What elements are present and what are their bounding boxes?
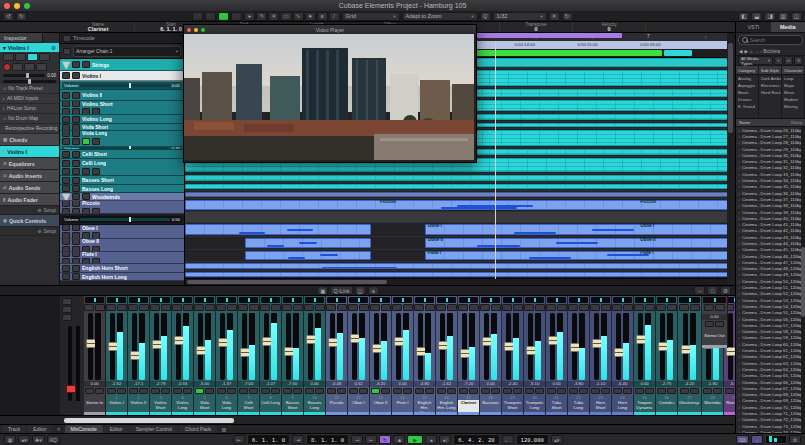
track-row-english-horn-long[interactable]: English Horn Long: [60, 273, 184, 281]
mute-button[interactable]: [62, 124, 70, 131]
monitor-button[interactable]: [381, 388, 390, 394]
track-row-english-horn-short[interactable]: English Horn Short: [60, 264, 184, 273]
mixer-channel-strip-celli-long[interactable]: -1.078Celli Long: [260, 296, 282, 415]
mute-button[interactable]: [62, 101, 70, 107]
filter-item[interactable]: Drones: [736, 96, 758, 103]
tab-track[interactable]: Track: [2, 425, 26, 433]
mute-button[interactable]: [62, 131, 70, 137]
media-list-item[interactable]: ♪Cinema - Drum Loop 68_120bpm: [736, 391, 805, 397]
pan-control[interactable]: [239, 297, 258, 303]
inspector-row[interactable]: ▸All MIDI Inputs: [0, 94, 59, 104]
record-enable-button[interactable]: [481, 388, 490, 394]
mute-button[interactable]: [238, 304, 248, 311]
gear-icon[interactable]: ⚙: [51, 45, 56, 51]
fader-track[interactable]: [308, 313, 313, 380]
solo-button[interactable]: [72, 201, 80, 207]
monitor-button[interactable]: [513, 388, 522, 394]
solo-button[interactable]: [82, 193, 90, 200]
solo-button[interactable]: [293, 304, 303, 311]
pan-control[interactable]: [613, 297, 632, 303]
volume-slider[interactable]: [3, 74, 45, 77]
solo-button[interactable]: [645, 304, 655, 311]
gear-icon[interactable]: ⚙: [794, 56, 803, 65]
track-row-basses-short[interactable]: Basses Short: [60, 176, 184, 185]
cycle-button[interactable]: ↻: [379, 435, 391, 444]
channel-name[interactable]: Glockensp.: [678, 400, 701, 412]
mute-button[interactable]: [62, 151, 70, 158]
scrollbar-thumb[interactable]: [64, 418, 234, 423]
media-list-item[interactable]: ♪Cinema - Drum Loop 49_120bpm: [736, 272, 805, 278]
solo-button[interactable]: [690, 304, 700, 311]
filter-item[interactable]: Modern: [782, 96, 804, 103]
fader-track[interactable]: [638, 313, 643, 380]
record-enable-button[interactable]: [195, 388, 204, 394]
filter-item[interactable]: Electronic Art: [759, 82, 781, 89]
solo-button[interactable]: [425, 304, 435, 311]
monitor-button[interactable]: [601, 388, 610, 394]
automation-read-button[interactable]: [192, 12, 203, 21]
pan-control[interactable]: [547, 297, 566, 303]
channel-name[interactable]: Viola Short: [194, 400, 215, 412]
monitor-button[interactable]: [715, 321, 724, 327]
grid-type-select[interactable]: Grid▾: [342, 12, 400, 21]
pan-control[interactable]: [327, 297, 346, 303]
record-enable-button[interactable]: [173, 388, 182, 394]
results-name-column[interactable]: Name: [739, 120, 750, 125]
record-enable-button[interactable]: [85, 388, 94, 394]
inspector-track-title[interactable]: ▾Violins I ⚙: [0, 43, 59, 52]
tab-inspector[interactable]: Inspector: [0, 33, 43, 43]
arranger-track-header[interactable]: Arranger Chain 1▾: [60, 44, 184, 59]
channel-name[interactable]: Clarinet: [458, 400, 479, 412]
record-enable-button[interactable]: [705, 321, 714, 327]
track-button[interactable]: [82, 168, 90, 175]
fader-track[interactable]: [330, 313, 335, 380]
rack-icon-3[interactable]: [62, 314, 72, 321]
media-list-item[interactable]: ♪Cinema - Drum Loop 60_120bpm: [736, 341, 805, 347]
pan-control[interactable]: [525, 297, 544, 303]
mute-button[interactable]: [392, 304, 402, 311]
pan-control[interactable]: [217, 297, 236, 303]
fader-track[interactable]: [440, 313, 445, 380]
mute-button[interactable]: [502, 304, 512, 311]
previous-marker-icon[interactable]: ▸|: [439, 435, 451, 444]
media-list-item[interactable]: ♪Cinema - Drum Loop 56_120bpm: [736, 316, 805, 322]
tab-editor[interactable]: Editor: [104, 425, 129, 433]
mixer-channel-strip-violins-long[interactable]: -0.554Violins Long: [172, 296, 194, 415]
media-list-item[interactable]: ♪Cinema - Drum Loop 46_120bpm: [736, 253, 805, 259]
media-list-item[interactable]: ♪Cinema - Drum Loop 73_120bpm: [736, 423, 805, 429]
fader-track[interactable]: [572, 313, 577, 380]
mixer-channel-strip-horn-short[interactable]: -1.1023Horn Short: [590, 296, 612, 415]
monitor-button[interactable]: [205, 388, 214, 394]
pan-control[interactable]: [283, 297, 302, 303]
mute-button[interactable]: [172, 304, 182, 311]
expand-mixer-icon[interactable]: □: [707, 286, 718, 295]
solo-button[interactable]: [667, 304, 677, 311]
midi-record-mode-icon[interactable]: ●▾: [18, 435, 30, 444]
track-row-flute-i[interactable]: Flute I: [60, 252, 184, 264]
track-row-violins-i[interactable]: Violins I: [60, 71, 184, 81]
monitor-button[interactable]: [403, 388, 412, 394]
track-button[interactable]: [62, 168, 70, 175]
automation-write-button[interactable]: [205, 12, 216, 21]
solo-button[interactable]: [205, 304, 215, 311]
grid-adapt-select[interactable]: Adapt to Zoom▾: [402, 12, 478, 21]
record-enable-button[interactable]: [613, 388, 622, 394]
record-enable-button[interactable]: [635, 388, 644, 394]
mixer-channel-strip-crotales[interactable]: -2.7526Crotales: [656, 296, 678, 415]
write-automation-button[interactable]: [24, 63, 35, 71]
mute-button[interactable]: [326, 304, 336, 311]
reset-filter-icon[interactable]: ✕: [774, 56, 783, 65]
tempo-display[interactable]: 120.000: [516, 434, 549, 445]
meter-bridge-icon[interactable]: ≡: [368, 286, 379, 295]
solo-button[interactable]: [95, 304, 105, 311]
fader-track[interactable]: [132, 313, 137, 380]
forward-icon[interactable]: ▶: [744, 49, 747, 54]
tool-icon-5[interactable]: ●: [305, 12, 316, 21]
monitor-button[interactable]: [27, 53, 38, 61]
media-list-item[interactable]: ♪Cinema - Drum Loop 61_120bpm: [736, 347, 805, 353]
record-enable-button[interactable]: [151, 388, 160, 394]
media-types-select[interactable]: All Media Types▾: [738, 56, 773, 65]
mixer-channel-strip-violins-short[interactable]: -2.793Violins Short: [150, 296, 172, 415]
solo-button[interactable]: [271, 304, 281, 311]
track-button[interactable]: [72, 168, 80, 175]
